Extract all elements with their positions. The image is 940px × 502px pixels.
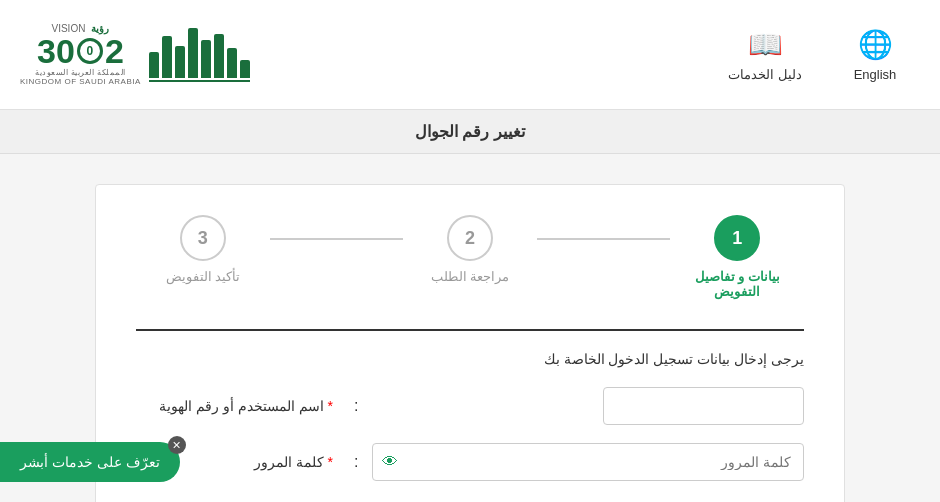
nav-services-guide[interactable]: 📖 دليل الخدمات (710, 20, 820, 90)
password-row: 👁 : * كلمة المرور (136, 443, 804, 481)
step-line-2-3 (270, 238, 404, 240)
kingdom-text-ar: المملكة العربية السعودية (35, 68, 125, 77)
step-3-circle: 3 (180, 215, 226, 261)
chat-close-button[interactable]: ✕ (168, 436, 186, 454)
main-content: 3 تأكيد التفويض 2 مراجعة الطلب 1 بيانات … (95, 184, 845, 502)
bar-6 (175, 46, 185, 78)
eye-icon[interactable]: 👁 (382, 453, 398, 471)
year-2: 2 (105, 34, 124, 68)
ksa-bars-logo (149, 27, 250, 82)
page-title-bar: تغيير رقم الجوال (0, 110, 940, 154)
password-colon: : (354, 453, 358, 471)
nav-english[interactable]: 🌐 English (830, 20, 920, 90)
globe-icon: 🌐 (858, 28, 893, 61)
step-2: 2 مراجعة الطلب (403, 215, 537, 284)
step-1-circle: 1 (714, 215, 760, 261)
step-line-1-2 (537, 238, 671, 240)
bar-8 (149, 52, 159, 78)
header-nav: 🌐 English 📖 دليل الخدمات (710, 20, 920, 90)
steps-container: 3 تأكيد التفويض 2 مراجعة الطلب 1 بيانات … (136, 215, 804, 299)
step-1: 1 بيانات و تفاصيل التفويض (670, 215, 804, 299)
book-icon: 📖 (748, 28, 783, 61)
bar-4 (201, 40, 211, 78)
step-2-circle: 2 (447, 215, 493, 261)
chat-button[interactable]: ✕ تعرّف على خدمات أبشر (0, 442, 180, 482)
nav-english-label: English (854, 67, 897, 82)
password-required-star: * (328, 454, 333, 470)
logo-area: رؤية VISION 2 0 30 المملكة العربية السعو… (20, 23, 250, 86)
nav-services-guide-label: دليل الخدمات (728, 67, 802, 82)
vision-2030-logo: رؤية VISION 2 0 30 المملكة العربية السعو… (20, 23, 141, 86)
section-divider (136, 329, 804, 331)
bar-1 (240, 60, 250, 78)
bar-7 (162, 36, 172, 78)
username-input[interactable] (603, 387, 804, 425)
password-input-wrapper: 👁 (372, 443, 804, 481)
step-2-label: مراجعة الطلب (431, 269, 510, 284)
instruction-text: يرجى إدخال بيانات تسجيل الدخول الخاصة بك (136, 351, 804, 367)
step-1-label: بيانات و تفاصيل التفويض (670, 269, 804, 299)
username-row: : * اسم المستخدم أو رقم الهوية (136, 387, 804, 425)
step-3: 3 تأكيد التفويض (136, 215, 270, 284)
year-circle-0: 0 (77, 38, 103, 64)
username-required-star: * (328, 398, 333, 414)
username-input-wrapper (372, 387, 804, 425)
year-30: 30 (37, 34, 75, 68)
page-title: تغيير رقم الجوال (415, 123, 525, 140)
bar-3 (214, 34, 224, 78)
chat-button-label: تعرّف على خدمات أبشر (20, 454, 160, 470)
username-colon: : (354, 397, 358, 415)
step-3-label: تأكيد التفويض (166, 269, 241, 284)
header: 🌐 English 📖 دليل الخدمات رؤية VISION 2 (0, 0, 940, 110)
kingdom-text-en: KINGDOM OF SAUDI ARABIA (20, 77, 141, 86)
login-form: : * اسم المستخدم أو رقم الهوية 👁 : * كلم… (136, 387, 804, 481)
bar-2 (227, 48, 237, 78)
username-label: * اسم المستخدم أو رقم الهوية (136, 398, 336, 414)
bar-5 (188, 28, 198, 78)
password-input[interactable] (372, 443, 804, 481)
